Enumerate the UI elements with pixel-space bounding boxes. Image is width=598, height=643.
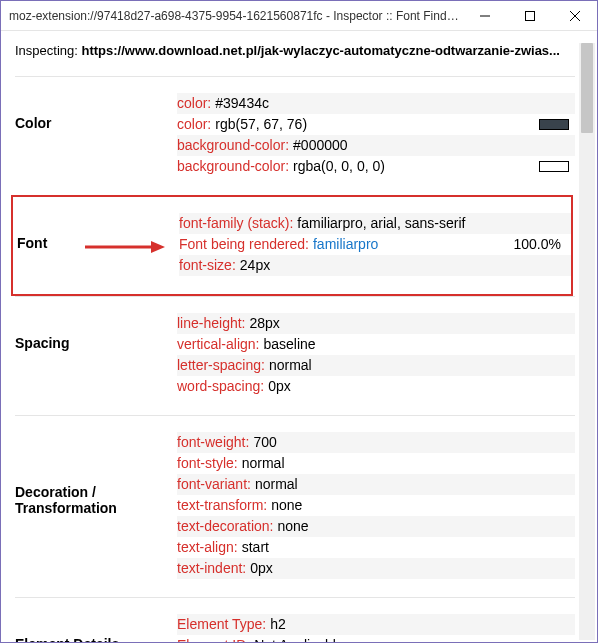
row-deco-3: text-transform:none	[177, 495, 575, 516]
rows-spacing: line-height:28px vertical-align:baseline…	[177, 313, 575, 397]
prop: font-weight:	[177, 432, 249, 453]
row-color-1: color:rgb(57, 67, 76)	[177, 114, 575, 135]
section-decoration: Decoration / Transformation font-weight:…	[15, 415, 575, 597]
prop: background-color:	[177, 135, 289, 156]
minimize-button[interactable]	[462, 1, 507, 30]
prop: Element Type:	[177, 614, 266, 635]
prop: color:	[177, 114, 211, 135]
row-deco-1: font-style:normal	[177, 453, 575, 474]
val: 24px	[240, 255, 270, 276]
prop: text-decoration:	[177, 516, 274, 537]
rows-color: color:#39434c color:rgb(57, 67, 76) back…	[177, 93, 575, 177]
row-spacing-2: letter-spacing:normal	[177, 355, 575, 376]
val: 700	[253, 432, 276, 453]
val: familiarpro, arial, sans-serif	[297, 213, 465, 234]
val: normal	[269, 355, 312, 376]
row-deco-0: font-weight:700	[177, 432, 575, 453]
section-label-decoration: Decoration / Transformation	[15, 432, 177, 579]
row-spacing-0: line-height:28px	[177, 313, 575, 334]
font-pct: 100.0%	[514, 234, 567, 255]
section-label-font: Font	[17, 213, 179, 276]
prop: background-color:	[177, 156, 289, 177]
row-elem-0: Element Type:h2	[177, 614, 575, 635]
prop: text-transform:	[177, 495, 267, 516]
section-label-spacing: Spacing	[15, 313, 177, 397]
window-controls	[462, 1, 597, 30]
prop: Font being rendered:	[179, 234, 309, 255]
row-deco-4: text-decoration:none	[177, 516, 575, 537]
section-color: Color color:#39434c color:rgb(57, 67, 76…	[15, 76, 575, 195]
rows-element: Element Type:h2 Element ID:Not Applicabl…	[177, 614, 575, 642]
rows-font: font-family (stack):familiarpro, arial, …	[179, 213, 571, 276]
prop: font-style:	[177, 453, 238, 474]
row-color-0: color:#39434c	[177, 93, 575, 114]
section-label-element: Element Details	[15, 614, 177, 642]
val: 0px	[250, 558, 273, 579]
val: start	[242, 537, 269, 558]
section-label-text: Font	[17, 235, 47, 251]
row-font-0: font-family (stack):familiarpro, arial, …	[179, 213, 571, 234]
section-spacing: Spacing line-height:28px vertical-align:…	[15, 296, 575, 415]
svg-rect-1	[525, 11, 534, 20]
prop: text-align:	[177, 537, 238, 558]
content-area: Inspecting: https://www.download.net.pl/…	[1, 31, 597, 642]
val: #000000	[293, 135, 348, 156]
maximize-button[interactable]	[507, 1, 552, 30]
window-titlebar: moz-extension://97418d27-a698-4375-9954-…	[1, 1, 597, 31]
row-deco-5: text-align:start	[177, 537, 575, 558]
rows-decoration: font-weight:700 font-style:normal font-v…	[177, 432, 575, 579]
svg-marker-5	[151, 241, 165, 253]
window-title: moz-extension://97418d27-a698-4375-9954-…	[9, 9, 462, 23]
val: none	[271, 495, 302, 516]
row-deco-6: text-indent:0px	[177, 558, 575, 579]
row-font-2: font-size:24px	[179, 255, 571, 276]
prop: word-spacing:	[177, 376, 264, 397]
section-element: Element Details Element Type:h2 Element …	[15, 597, 575, 642]
val: rgba(0, 0, 0, 0)	[293, 156, 385, 177]
val: h2	[270, 614, 286, 635]
row-deco-2: font-variant:normal	[177, 474, 575, 495]
section-font: Font font-family (stack):familiarpro, ar…	[11, 195, 573, 296]
val: 28px	[250, 313, 280, 334]
inspecting-line: Inspecting: https://www.download.net.pl/…	[15, 43, 597, 58]
inspecting-label: Inspecting:	[15, 43, 82, 58]
prop: color:	[177, 93, 211, 114]
prop: font-size:	[179, 255, 236, 276]
val: #39434c	[215, 93, 269, 114]
color-swatch	[539, 161, 569, 172]
val: Not Applicable	[254, 635, 344, 642]
prop: font-variant:	[177, 474, 251, 495]
prop: vertical-align:	[177, 334, 259, 355]
row-spacing-3: word-spacing:0px	[177, 376, 575, 397]
prop: font-family (stack):	[179, 213, 293, 234]
val: none	[278, 516, 309, 537]
inspecting-url: https://www.download.net.pl/jak-wylaczyc…	[82, 43, 560, 58]
scrollbar[interactable]	[579, 43, 595, 640]
prop: text-indent:	[177, 558, 246, 579]
color-swatch	[539, 119, 569, 130]
row-color-2: background-color:#000000	[177, 135, 575, 156]
close-button[interactable]	[552, 1, 597, 30]
val: normal	[242, 453, 285, 474]
section-label-color: Color	[15, 93, 177, 177]
val: rgb(57, 67, 76)	[215, 114, 307, 135]
scrollbar-thumb[interactable]	[581, 43, 593, 133]
row-font-1: Font being rendered:familiarpro100.0%	[179, 234, 571, 255]
prop: Element ID:	[177, 635, 250, 642]
prop: line-height:	[177, 313, 246, 334]
val: baseline	[263, 334, 315, 355]
row-color-3: background-color:rgba(0, 0, 0, 0)	[177, 156, 575, 177]
annotation-arrow-icon	[85, 239, 165, 255]
row-spacing-1: vertical-align:baseline	[177, 334, 575, 355]
prop: letter-spacing:	[177, 355, 265, 376]
row-elem-1: Element ID:Not Applicable	[177, 635, 575, 642]
font-link[interactable]: familiarpro	[313, 234, 378, 255]
val: normal	[255, 474, 298, 495]
val: 0px	[268, 376, 291, 397]
